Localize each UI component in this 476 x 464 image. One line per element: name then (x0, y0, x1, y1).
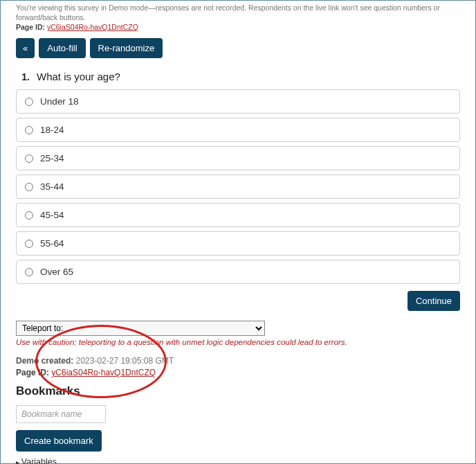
rerandomize-button[interactable]: Re-randomize (90, 38, 163, 58)
option-label: Over 65 (40, 267, 73, 277)
option-label: 45-54 (40, 210, 64, 220)
question-number: 1. (16, 71, 30, 82)
option-radio[interactable] (25, 126, 33, 134)
option-label: Under 18 (40, 96, 79, 107)
create-bookmark-button[interactable]: Create bookmark (16, 430, 102, 452)
variables-toggle[interactable]: Variables (16, 457, 460, 464)
page-id-link-top[interactable]: yC6iaS04Ro-havQ1DntCZQ (47, 23, 138, 31)
demo-created: Demo created: 2023-02-27 19:05:08 GMT (16, 356, 460, 366)
option-label: 25-34 (40, 153, 64, 163)
teleport-select[interactable]: Teleport to: (16, 321, 265, 336)
demo-created-label: Demo created: (16, 356, 73, 366)
back-button[interactable]: « (16, 38, 35, 58)
bookmarks-heading: Bookmarks (16, 384, 460, 398)
autofill-button[interactable]: Auto-fill (39, 38, 85, 58)
page-id-bottom: Page ID: yC6iaS04Ro-havQ1DntCZQ (16, 368, 460, 377)
page-id-label-bottom: Page ID: (16, 368, 49, 377)
question-text: What is your age? (37, 71, 120, 82)
page-id-label: Page ID: (16, 23, 45, 31)
option-radio[interactable] (25, 268, 33, 276)
option-row[interactable]: Over 65 (16, 260, 460, 284)
options-list: Under 1818-2425-3435-4445-5455-64Over 65 (16, 89, 460, 284)
demo-mode-notice: You're viewing this survey in Demo mode—… (16, 3, 460, 22)
continue-button[interactable]: Continue (408, 291, 460, 311)
bookmark-name-input[interactable] (16, 405, 106, 423)
option-radio[interactable] (25, 154, 33, 163)
option-radio[interactable] (25, 183, 33, 191)
page-id-link-bottom[interactable]: yC6iaS04Ro-havQ1DntCZQ (51, 368, 156, 377)
option-radio[interactable] (25, 240, 33, 248)
option-label: 55-64 (40, 238, 64, 249)
option-row[interactable]: 45-54 (16, 203, 460, 227)
option-row[interactable]: 35-44 (16, 175, 460, 199)
option-label: 18-24 (40, 125, 64, 135)
option-row[interactable]: Under 18 (16, 89, 460, 114)
demo-created-value: 2023-02-27 19:05:08 GMT (76, 356, 174, 366)
option-row[interactable]: 25-34 (16, 146, 460, 170)
page-id-top: Page ID: yC6iaS04Ro-havQ1DntCZQ (16, 23, 460, 31)
option-radio[interactable] (25, 98, 33, 106)
option-label: 35-44 (40, 181, 64, 192)
option-radio[interactable] (25, 211, 33, 220)
option-row[interactable]: 18-24 (16, 118, 460, 142)
teleport-caution: Use with caution; teleporting to a quest… (16, 338, 460, 346)
option-row[interactable]: 55-64 (16, 231, 460, 256)
